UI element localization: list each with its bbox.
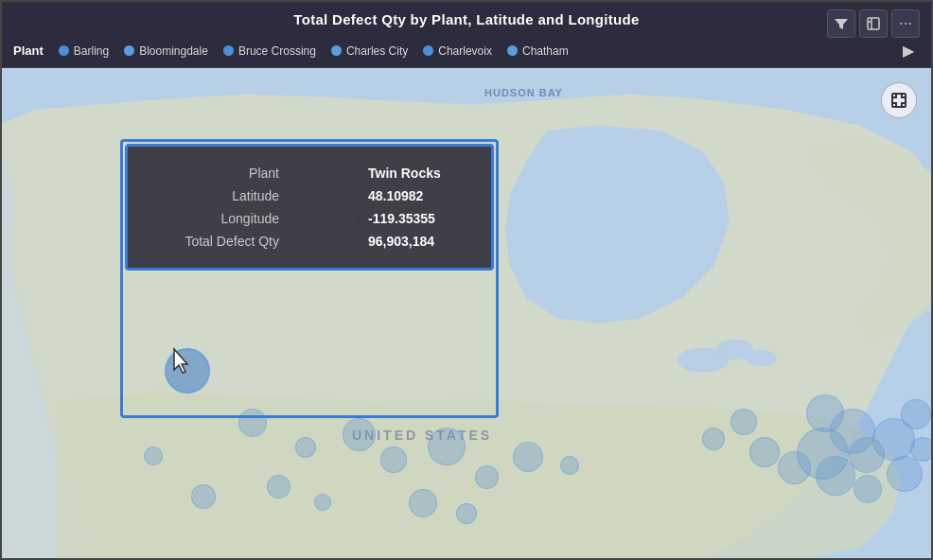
bubble-9[interactable]	[267, 475, 290, 499]
tooltip-longitude-label: Longitude	[156, 211, 279, 226]
tooltip-plant-value: Twin Rocks	[368, 166, 463, 181]
tooltip-defect-row: Total Defect Qty 96,903,184	[156, 234, 463, 249]
bubble-12[interactable]	[456, 503, 477, 524]
expand-button[interactable]	[859, 9, 888, 38]
legend-dot-barling	[59, 45, 69, 56]
svg-point-4	[745, 350, 776, 367]
chart-title: Total Defect Qty by Plant, Latitude and …	[293, 11, 639, 27]
legend-dot-charlevoix	[423, 45, 433, 56]
legend-bar: Plant Barling Bloomingdale Bruce Crossin…	[2, 34, 931, 68]
bubble-11[interactable]	[409, 489, 437, 517]
chart-header: Total Defect Qty by Plant, Latitude and …	[2, 2, 931, 34]
bubble-6[interactable]	[475, 465, 499, 489]
bubble-east-7[interactable]	[806, 394, 844, 432]
legend-label-barling: Barling	[74, 44, 109, 58]
legend-item-barling[interactable]: Barling	[59, 44, 109, 58]
legend-item-charlevoix[interactable]: Charlevoix	[423, 44, 492, 58]
bubble-east-14[interactable]	[910, 437, 931, 462]
bubble-4[interactable]	[380, 446, 407, 473]
tooltip-latitude-value: 48.10982	[368, 188, 463, 203]
more-icon: ⋯	[899, 16, 912, 31]
filter-button[interactable]	[827, 9, 855, 38]
legend-label-chatham: Chatham	[522, 44, 569, 58]
bubble-2[interactable]	[295, 437, 316, 458]
legend-plant-label: Plant	[13, 44, 44, 58]
tooltip-latitude-label: Latitude	[156, 188, 279, 203]
header-actions: ⋯	[827, 9, 920, 38]
tooltip-latitude-row: Latitude 48.10982	[156, 188, 463, 203]
bubble-5[interactable]	[428, 428, 466, 465]
bubble-east-10[interactable]	[887, 456, 923, 492]
tooltip-longitude-row: Longitude -119.35355	[156, 211, 463, 226]
legend-label-bruce-crossing: Bruce Crossing	[238, 44, 316, 58]
legend-dot-charles-city	[331, 45, 342, 56]
tooltip-box: Plant Twin Rocks Latitude 48.10982 Longi…	[125, 144, 494, 271]
cursor-indicator	[170, 347, 208, 385]
bubble-east-12[interactable]	[702, 428, 725, 450]
svg-rect-5	[892, 94, 906, 107]
legend-dot-bruce-crossing	[223, 45, 234, 56]
legend-label-charlevoix: Charlevoix	[438, 44, 492, 58]
tooltip-longitude-value: -119.35355	[368, 211, 463, 226]
bubble-3[interactable]	[343, 418, 376, 451]
svg-rect-0	[868, 18, 879, 29]
legend-item-bloomingdale[interactable]: Bloomingdale	[124, 44, 208, 58]
bubble-1[interactable]	[238, 409, 267, 437]
bubble-14[interactable]	[191, 484, 216, 509]
tooltip-plant-label: Plant	[156, 166, 279, 181]
legend-dot-chatham	[507, 45, 518, 56]
bubble-east-5[interactable]	[778, 451, 811, 484]
tooltip-plant-row: Plant Twin Rocks	[156, 166, 463, 181]
legend-item-bruce-crossing[interactable]: Bruce Crossing	[223, 44, 316, 58]
tooltip-defect-label: Total Defect Qty	[156, 234, 279, 249]
bubble-east-11[interactable]	[731, 409, 757, 435]
map-expand-button[interactable]	[881, 82, 917, 118]
bubble-8[interactable]	[560, 456, 579, 475]
legend-label-charles-city: Charles City	[346, 44, 408, 58]
bubble-east-6[interactable]	[854, 475, 882, 503]
bubble-10[interactable]	[314, 494, 331, 511]
tooltip-defect-value: 96,903,184	[368, 234, 463, 249]
legend-item-chatham[interactable]: Chatham	[507, 44, 569, 58]
legend-item-charles-city[interactable]: Charles City	[331, 44, 408, 58]
legend-dot-bloomingdale	[124, 45, 134, 56]
bubble-13[interactable]	[144, 446, 163, 465]
bubble-7[interactable]	[513, 442, 543, 472]
map-area[interactable]: CANADA Hudson Bay UNITED STATES	[2, 68, 931, 558]
legend-label-bloomingdale: Bloomingdale	[139, 44, 208, 58]
legend-next-button[interactable]: ▶	[897, 40, 920, 61]
main-container: Total Defect Qty by Plant, Latitude and …	[0, 0, 933, 560]
map-svg	[2, 68, 931, 558]
bubble-east-13[interactable]	[901, 399, 931, 429]
bubble-east-8[interactable]	[749, 437, 780, 467]
more-button[interactable]: ⋯	[891, 9, 920, 38]
